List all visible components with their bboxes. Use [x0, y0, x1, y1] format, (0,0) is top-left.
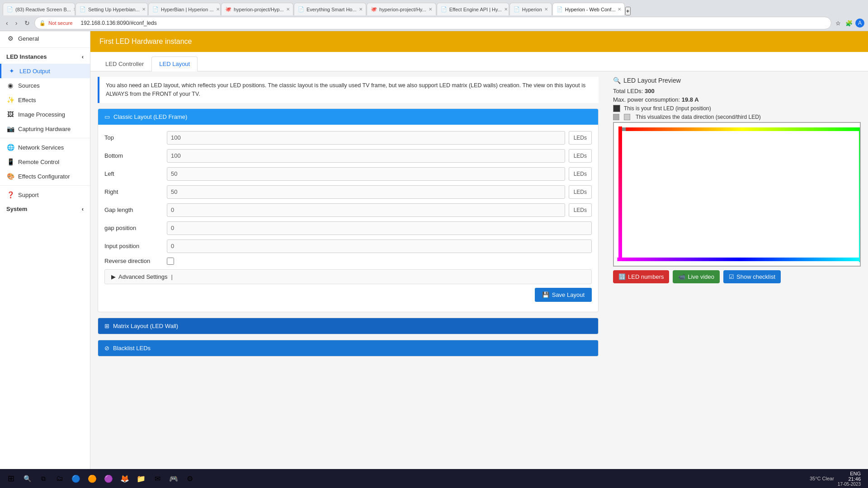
taskbar-app-4[interactable]: 🟣: [101, 471, 116, 486]
tab-2[interactable]: 📄 Setting Up Hyperbian... ✕: [75, 3, 148, 15]
form-row-input-position: Input position: [104, 239, 592, 253]
tab-4-close[interactable]: ✕: [286, 7, 290, 12]
form-row-top: Top LEDs: [104, 131, 592, 145]
tab-1[interactable]: 📄 (83) Reactive Screen B... ✕: [3, 3, 75, 15]
gap-position-input[interactable]: [167, 221, 592, 235]
sidebar-item-effects[interactable]: ✨ Effects: [0, 93, 90, 107]
sidebar-effects-configurator-label: Effects Configurator: [18, 173, 70, 180]
sidebar-item-led-output[interactable]: ✦ LED Output: [0, 64, 90, 78]
back-button[interactable]: ‹: [4, 19, 10, 28]
gap-length-input[interactable]: [167, 203, 565, 217]
taskbar-app-2[interactable]: 🔵: [69, 471, 83, 486]
first-led-legend-text: This is your first LED (input position): [624, 105, 711, 112]
gap-length-unit-button[interactable]: LEDs: [569, 203, 592, 217]
sidebar-item-general[interactable]: ⚙ General: [0, 31, 90, 46]
profile-icon[interactable]: A: [855, 19, 864, 28]
left-unit-button[interactable]: LEDs: [569, 167, 592, 181]
tab-1-close[interactable]: ✕: [73, 7, 75, 12]
tab-5[interactable]: 📄 Everything Smart Ho... ✕: [294, 3, 366, 15]
sidebar-network-services-label: Network Services: [18, 144, 64, 151]
direction-legend-text: This visualizes the data direction (seco…: [636, 114, 761, 120]
first-led-color-box: [613, 105, 620, 112]
tab-4[interactable]: 🐙 hyperion-project/Hyp... ✕: [221, 3, 293, 15]
show-checklist-button[interactable]: ☑ Show checklist: [723, 270, 781, 283]
blacklist-leds-header[interactable]: ⊘ Blacklist LEDs: [98, 340, 598, 356]
tab-led-controller[interactable]: LED Controller: [98, 56, 151, 71]
forward-button[interactable]: ›: [13, 19, 20, 28]
new-tab-button[interactable]: +: [625, 7, 631, 15]
live-video-button[interactable]: 📹 Live video: [673, 270, 720, 283]
led-output-icon: ✦: [8, 67, 16, 75]
left-input[interactable]: [167, 167, 565, 181]
tab-6[interactable]: 🐙 hyperion-project/Hy... ✕: [367, 3, 436, 15]
top-input[interactable]: [167, 131, 565, 145]
tab-3-close[interactable]: ✕: [216, 7, 220, 12]
refresh-button[interactable]: ↻: [22, 19, 32, 28]
input-position-input[interactable]: [167, 239, 592, 253]
sidebar-led-instances[interactable]: LED Instances ‹: [0, 50, 90, 64]
matrix-layout-title: Matrix Layout (LED Wall): [113, 323, 178, 329]
matrix-layout-card: ⊞ Matrix Layout (LED Wall): [98, 318, 599, 334]
bottom-unit-button[interactable]: LEDs: [569, 149, 592, 163]
tab-9[interactable]: 📄 Hyperion - Web Conf... ✕: [552, 3, 625, 15]
tab-led-layout[interactable]: LED Layout: [151, 56, 198, 71]
sidebar-system[interactable]: System ‹: [0, 202, 90, 216]
taskbar-app-1[interactable]: 🗂: [52, 471, 67, 486]
sidebar-item-effects-configurator[interactable]: 🎨 Effects Configurator: [0, 169, 90, 183]
taskbar-app-8[interactable]: 🎮: [166, 471, 181, 486]
main-content: First LED Hardware instance LED Controll…: [90, 31, 868, 469]
tab-9-close[interactable]: ✕: [618, 7, 621, 12]
sidebar-item-capturing-hardware[interactable]: 📷 Capturing Hardware: [0, 122, 90, 136]
right-input[interactable]: [167, 185, 565, 199]
sidebar-divider-3: [0, 185, 90, 186]
reverse-direction-checkbox[interactable]: [167, 258, 174, 265]
taskbar-app-9[interactable]: ⚙: [183, 471, 197, 486]
advanced-settings-button[interactable]: ▶ Advanced Settings |: [104, 269, 592, 284]
right-label: Right: [104, 188, 163, 195]
tab-8-close[interactable]: ✕: [544, 7, 548, 12]
sidebar-item-remote-control[interactable]: 📱 Remote Control: [0, 155, 90, 169]
tab-led-layout-label: LED Layout: [159, 61, 190, 67]
taskbar: ⊞ 🔍 ⧉ 🗂 🔵 🟠 🟣 🦊 📁 ✉ 🎮 ⚙ 35°C Clear ENG 2…: [0, 469, 868, 488]
bookmark-icon[interactable]: ☆: [834, 19, 843, 28]
taskbar-app-5[interactable]: 🦊: [118, 471, 132, 486]
save-layout-button[interactable]: 💾 Save Layout: [535, 288, 592, 302]
tab-7[interactable]: 📄 Effect Engine API | Hy... ✕: [437, 3, 509, 15]
sidebar-item-sources[interactable]: ◉ Sources: [0, 78, 90, 93]
sidebar-item-support[interactable]: ❓ Support: [0, 188, 90, 202]
address-input[interactable]: [75, 17, 826, 29]
sidebar-item-network-services[interactable]: 🌐 Network Services: [0, 140, 90, 155]
tab-8[interactable]: 📄 Hyperion ✕: [509, 3, 552, 15]
tab-6-close[interactable]: ✕: [429, 7, 432, 12]
start-button[interactable]: ⊞: [4, 471, 18, 486]
search-taskbar[interactable]: 🔍: [20, 471, 34, 486]
show-checklist-icon: ☑: [729, 273, 734, 280]
tab-6-label: hyperion-project/Hy...: [379, 7, 426, 12]
top-unit-button[interactable]: LEDs: [569, 131, 592, 145]
save-icon: 💾: [542, 291, 549, 298]
reverse-direction-label: Reverse direction: [104, 258, 163, 264]
tab-2-close[interactable]: ✕: [142, 7, 146, 12]
advanced-settings-label: Advanced Settings: [118, 273, 167, 280]
extensions-icon[interactable]: 🧩: [844, 19, 854, 28]
taskbar-app-7[interactable]: ✉: [150, 471, 165, 486]
taskbar-app-6[interactable]: 📁: [134, 471, 148, 486]
system-label: System: [6, 206, 27, 212]
blacklist-leds-title: Blacklist LEDs: [113, 345, 151, 352]
tab-3[interactable]: 📄 HyperBian | Hyperion ... ✕: [148, 3, 221, 15]
classic-layout-card: ▭ Classic Layout (LED Frame) Top LEDs Bo…: [98, 108, 599, 312]
sidebar-item-image-processing[interactable]: 🖼 Image Processing: [0, 107, 90, 122]
led-numbers-label: LED numbers: [628, 273, 664, 280]
matrix-layout-header[interactable]: ⊞ Matrix Layout (LED Wall): [98, 318, 598, 334]
tab-5-close[interactable]: ✕: [359, 7, 363, 12]
classic-layout-header[interactable]: ▭ Classic Layout (LED Frame): [98, 109, 598, 125]
task-view[interactable]: ⧉: [36, 471, 51, 486]
taskbar-app-3[interactable]: 🟠: [85, 471, 99, 486]
input-position-label: Input position: [104, 243, 163, 249]
led-numbers-button[interactable]: 🔢 LED numbers: [613, 270, 669, 283]
bottom-input[interactable]: [167, 149, 565, 163]
direction-led-color-box1: [613, 114, 619, 120]
right-unit-button[interactable]: LEDs: [569, 185, 592, 199]
tab-7-close[interactable]: ✕: [504, 7, 508, 12]
led-numbers-icon: 🔢: [618, 273, 626, 280]
